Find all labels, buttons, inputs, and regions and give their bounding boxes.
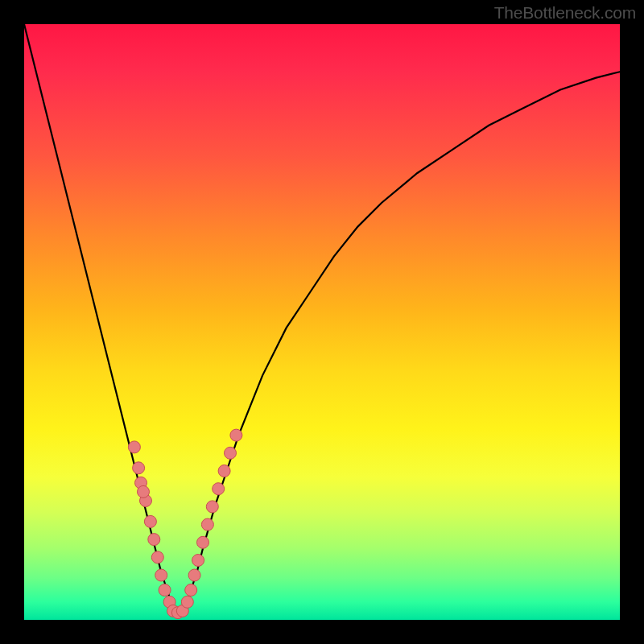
data-dot xyxy=(151,551,163,564)
data-dot xyxy=(218,465,230,477)
data-dot xyxy=(225,447,237,459)
outer-frame: TheBottleneck.com xyxy=(0,0,644,644)
watermark-text: TheBottleneck.com xyxy=(494,3,636,23)
data-dot xyxy=(206,501,218,513)
plot-area xyxy=(24,24,620,620)
data-dot xyxy=(197,536,209,548)
data-dot xyxy=(185,584,197,597)
bottleneck-curve xyxy=(24,24,620,614)
data-dot xyxy=(138,485,150,497)
data-dot xyxy=(148,534,160,546)
chart-svg xyxy=(24,24,620,620)
data-dot xyxy=(213,483,225,495)
data-dot xyxy=(188,569,200,581)
data-dot xyxy=(159,584,171,597)
data-dot xyxy=(192,555,204,567)
data-dot xyxy=(201,518,213,530)
data-dot xyxy=(133,462,145,474)
data-dot xyxy=(181,596,193,608)
data-dot xyxy=(155,569,167,581)
data-dot xyxy=(230,429,242,441)
scatter-dots xyxy=(128,429,242,619)
data-dot xyxy=(128,441,140,453)
data-dot xyxy=(144,515,156,527)
